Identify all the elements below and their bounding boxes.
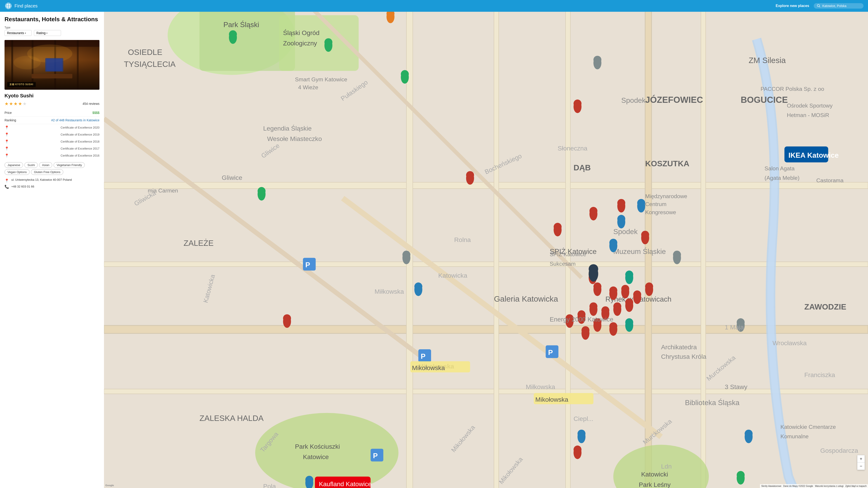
type-filter-value: Restaurants xyxy=(7,31,24,35)
svg-point-87 xyxy=(593,283,601,290)
explore-label[interactable]: Explore new places xyxy=(776,4,809,8)
restaurant-tag[interactable]: Asian xyxy=(39,162,53,168)
svg-point-153 xyxy=(593,56,601,64)
certificate-row: 📍 Certificate of Excellence 2020 xyxy=(4,124,99,131)
svg-text:SPIŻ Katowice: SPIŻ Katowice xyxy=(550,251,586,257)
svg-text:Wesołe Miasteczko: Wesołe Miasteczko xyxy=(267,135,322,142)
svg-point-99 xyxy=(613,302,621,310)
svg-text:(Agata Meble): (Agata Meble) xyxy=(765,175,800,181)
search-icon xyxy=(817,4,820,8)
svg-point-143 xyxy=(229,30,237,38)
price-row: Price $$$$ xyxy=(4,109,99,117)
svg-point-139 xyxy=(589,264,598,273)
svg-point-149 xyxy=(258,187,266,195)
svg-line-7 xyxy=(819,6,820,7)
app-header: Find places Explore new places Katowice,… xyxy=(0,0,868,12)
svg-text:ZM Silesia: ZM Silesia xyxy=(749,56,786,65)
attribution-keyboard[interactable]: Skróty klawiaturowe xyxy=(761,485,781,487)
svg-text:1 Maja: 1 Maja xyxy=(725,324,744,331)
svg-point-171 xyxy=(745,430,752,437)
ranking-label: Ranking xyxy=(4,119,16,122)
restaurant-tag[interactable]: Sushi xyxy=(24,162,38,168)
svg-text:Galeria Katowicka: Galeria Katowicka xyxy=(494,294,558,303)
svg-text:IKEA Katowice: IKEA Katowice xyxy=(788,151,839,159)
search-bar[interactable]: Katowice, Polska xyxy=(814,3,864,8)
svg-text:Mikołowska: Mikołowska xyxy=(412,364,445,371)
svg-text:Rolna: Rolna xyxy=(454,236,471,243)
attribution-data: Dane do Mapy ©2022 Google xyxy=(783,485,813,487)
svg-point-6 xyxy=(817,4,819,7)
google-logo: Google xyxy=(105,484,114,487)
attribution-terms[interactable]: Warunki korzystania z usługi xyxy=(815,485,843,487)
zoom-in-button[interactable]: + xyxy=(857,455,865,462)
svg-text:4 Wieże: 4 Wieże xyxy=(298,84,318,90)
app-title: Find places xyxy=(14,3,37,8)
svg-point-113 xyxy=(610,322,617,330)
svg-text:Energy 2000 Katowice: Energy 2000 Katowice xyxy=(550,316,614,323)
restaurant-tag[interactable]: Vegetarian Friendly xyxy=(54,162,85,168)
restaurant-tag[interactable]: Vegan Options xyxy=(4,169,30,175)
svg-text:Park Śląski: Park Śląski xyxy=(223,21,259,29)
svg-text:Ośrodek Sportowy: Ośrodek Sportowy xyxy=(787,103,833,109)
star-4: ★ xyxy=(18,101,22,106)
svg-point-157 xyxy=(402,251,410,259)
price-label: Price xyxy=(4,111,12,115)
svg-text:Salon Agata: Salon Agata xyxy=(765,165,795,171)
svg-text:Komunalne: Komunalne xyxy=(780,433,809,440)
type-filter-select[interactable]: Restaurants ▾ xyxy=(4,30,32,36)
svg-text:P: P xyxy=(421,352,426,360)
svg-rect-26 xyxy=(104,262,868,267)
rating-filter-value: Rating xyxy=(36,31,45,35)
svg-text:Ldn: Ldn xyxy=(661,463,672,470)
svg-point-127 xyxy=(283,314,291,322)
svg-text:ZALEŻE: ZALEŻE xyxy=(184,238,214,248)
svg-text:P: P xyxy=(548,348,553,357)
svg-text:PACCOR Polska Sp. z oo: PACCOR Polska Sp. z oo xyxy=(761,86,824,92)
svg-text:Archikatedra: Archikatedra xyxy=(661,344,697,351)
svg-text:TYSIĄCLECIA: TYSIĄCLECIA xyxy=(124,60,176,68)
certificate-text: Certificate of Excellence 2020 xyxy=(61,126,99,129)
svg-text:Sukcesam: Sukcesam xyxy=(550,261,576,267)
restaurant-tag[interactable]: Gluten Free Options xyxy=(31,169,63,175)
zoom-out-button[interactable]: − xyxy=(857,462,865,470)
stars-container: ★ ★ ★ ★ ★ xyxy=(4,101,27,106)
search-location: Katowice, Polska xyxy=(822,4,846,8)
svg-point-119 xyxy=(617,199,625,207)
rating-filter-select[interactable]: Rating ▾ xyxy=(34,30,61,36)
certificate-text: Certificate of Excellence 2018 xyxy=(61,140,99,143)
ranking-value: #2 of 448 Restaurants in Katowice xyxy=(51,119,99,122)
svg-text:Wrocławska: Wrocławska xyxy=(773,340,807,347)
svg-point-111 xyxy=(582,326,590,334)
svg-text:Katowice: Katowice xyxy=(303,453,329,460)
certificate-icon: 📍 xyxy=(4,147,9,151)
restaurant-tag[interactable]: Japanese xyxy=(4,162,23,168)
header-left: Find places xyxy=(4,2,37,10)
svg-text:Spodek: Spodek xyxy=(621,96,646,104)
restaurant-name: Kyoto Sushi xyxy=(4,93,99,99)
svg-text:Katowicki: Katowicki xyxy=(641,471,668,478)
filters-row: Restaurants ▾ Rating ▾ xyxy=(4,30,99,36)
map-background[interactable]: Park Śląski Śląski Ogród Zoologiczny xyxy=(104,12,868,488)
svg-rect-17 xyxy=(46,59,62,71)
svg-point-125 xyxy=(466,171,474,179)
phone-row: 📞 +48 32 603 01 66 xyxy=(4,184,99,189)
svg-point-101 xyxy=(601,306,610,314)
att-logo-icon xyxy=(4,2,12,10)
svg-text:Katowickie Cmentarze: Katowickie Cmentarze xyxy=(780,424,836,430)
svg-point-95 xyxy=(645,283,653,290)
svg-text:Centrum: Centrum xyxy=(645,201,666,207)
svg-text:Kongresowe: Kongresowe xyxy=(645,209,676,215)
svg-text:Śląski Ogród: Śląski Ogród xyxy=(283,29,319,36)
certificate-text: Certificate of Excellence 2017 xyxy=(61,147,99,150)
svg-text:Ciepl...: Ciepl... xyxy=(574,415,593,422)
certificate-text: Certificate of Excellence 2016 xyxy=(61,154,99,157)
svg-point-121 xyxy=(641,231,649,239)
restaurant-image: 京都 KYOTO SUSHI xyxy=(4,40,99,90)
certificate-text: Certificate of Excellence 2019 xyxy=(61,133,99,136)
svg-text:Park Leśny: Park Leśny xyxy=(639,481,671,488)
attribution-report[interactable]: Zgłoś błąd w mapach xyxy=(845,485,867,487)
svg-point-151 xyxy=(737,471,745,479)
svg-text:Muzeum Śląskie: Muzeum Śląskie xyxy=(613,248,666,256)
certificate-row: 📍 Certificate of Excellence 2018 xyxy=(4,138,99,145)
svg-text:OSIEDLE: OSIEDLE xyxy=(128,48,162,57)
